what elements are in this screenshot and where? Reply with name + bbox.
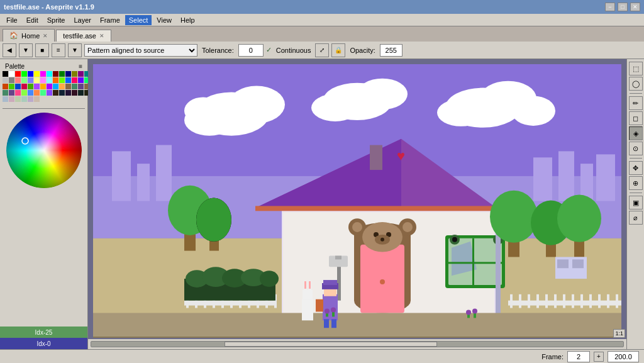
tool-eraser[interactable]: ◻ [629,111,643,125]
palette-cell[interactable] [28,77,33,83]
palette-cell[interactable] [47,77,52,83]
zoom-badge[interactable]: 1:1 [613,329,625,338]
idx-bar-fg[interactable]: Idx-25 [0,327,87,338]
continuous-icon[interactable]: ⤢ [315,43,329,57]
frame-input[interactable]: 2 [567,351,590,362]
menu-layer[interactable]: Layer [70,15,95,25]
pattern-dropdown[interactable]: Pattern aligned to source [84,44,197,57]
palette-cell[interactable] [72,71,77,77]
palette-cell[interactable] [78,71,84,77]
palette-cell[interactable] [3,96,8,102]
palette-cell[interactable] [72,84,77,89]
tab-testfile-close[interactable]: ✕ [99,33,104,39]
palette-cell[interactable] [65,90,71,96]
minimize-button[interactable]: − [605,3,615,11]
palette-cell[interactable] [3,84,8,89]
lock-icon[interactable]: 🔒 [331,43,345,57]
horizontal-scrollbar[interactable] [88,339,626,349]
tool-stop-button[interactable]: ■ [35,43,49,57]
palette-cell[interactable] [47,71,52,77]
palette-cell[interactable] [15,84,21,89]
tool-lasso[interactable]: ◯ [629,77,643,91]
tool-move[interactable]: ✥ [629,161,643,175]
palette-cell[interactable] [65,77,71,83]
palette-cell[interactable] [53,77,58,83]
palette-cell[interactable] [78,84,84,89]
tab-home[interactable]: 🏠 Home ✕ [3,29,55,42]
color-wheel[interactable] [6,113,82,188]
palette-cell[interactable] [15,90,21,96]
palette-cell[interactable] [21,77,27,83]
palette-cell[interactable] [28,84,33,89]
frame-next-button[interactable]: + [594,352,604,362]
palette-cell[interactable] [15,77,21,83]
zoom-input[interactable]: 200.0 [608,351,639,362]
palette-cell[interactable] [28,96,33,102]
palette-cell[interactable] [34,77,40,83]
tool-marquee[interactable]: ⬚ [629,62,643,75]
scroll-thumb[interactable] [225,342,437,347]
palette-cell[interactable] [40,90,46,96]
menu-file[interactable]: File [3,15,21,25]
palette-cell[interactable] [40,84,46,89]
palette-cell[interactable] [28,71,33,77]
palette-cell[interactable] [3,90,8,96]
idx-bar-bg[interactable]: Idx-0 [0,338,87,349]
palette-cell[interactable] [47,84,52,89]
palette-cell[interactable] [40,71,46,77]
close-button[interactable]: ✕ [630,3,640,11]
palette-cell[interactable] [9,96,14,102]
palette-cell[interactable] [21,84,27,89]
palette-cell[interactable] [53,71,58,77]
opacity-input[interactable]: 255 [380,44,402,57]
palette-cell[interactable] [9,90,14,96]
tool-fill[interactable]: ◈ [629,126,643,140]
menu-edit[interactable]: Edit [23,15,42,25]
palette-cell[interactable] [72,77,77,83]
menu-sprite[interactable]: Sprite [43,15,69,25]
palette-cell[interactable] [65,71,71,77]
palette-cell[interactable] [40,77,46,83]
tool-brush[interactable]: ⌀ [629,211,643,225]
palette-menu-icon[interactable]: ≡ [79,63,82,70]
maximize-button[interactable]: □ [618,3,628,11]
tool-prev-button[interactable]: ◀ [3,43,16,57]
palette-cell[interactable] [59,77,65,83]
tool-arrow-button[interactable]: ▼ [68,43,82,57]
tolerance-input[interactable]: 0 [238,44,264,57]
palette-cell[interactable] [47,90,52,96]
menu-view[interactable]: View [153,15,175,25]
palette-cell[interactable] [65,84,71,89]
canvas-container[interactable]: ♥ [88,59,626,349]
sprite-canvas[interactable]: ♥ [93,64,621,338]
palette-cell[interactable] [34,84,40,89]
tab-testfile[interactable]: testfile.ase ✕ [56,30,111,42]
palette-cell[interactable] [59,84,65,89]
palette-cell[interactable] [53,84,58,89]
tool-pencil[interactable]: ✏ [629,96,643,110]
palette-cell[interactable] [15,96,21,102]
palette-cell[interactable] [9,71,14,77]
palette-cell[interactable] [3,71,8,77]
palette-cell[interactable] [78,90,84,96]
palette-cell[interactable] [72,90,77,96]
palette-cell[interactable] [28,90,33,96]
tool-next-button[interactable]: ▼ [19,43,33,57]
palette-cell[interactable] [78,77,84,83]
palette-cell[interactable] [21,90,27,96]
tab-home-close[interactable]: ✕ [43,33,48,39]
menu-help[interactable]: Help [177,15,199,25]
palette-cell[interactable] [9,77,14,83]
tool-menu-button[interactable]: ≡ [52,43,65,57]
tool-eyedropper[interactable]: ⊙ [629,142,643,155]
palette-cell[interactable] [9,84,14,89]
palette-cell[interactable] [53,90,58,96]
menu-select[interactable]: Select [125,15,152,25]
palette-cell[interactable] [34,90,40,96]
palette-cell[interactable] [21,96,27,102]
palette-cell[interactable] [59,90,65,96]
tool-bucket[interactable]: ▣ [629,196,643,209]
menu-frame[interactable]: Frame [96,15,124,25]
palette-cell[interactable] [15,71,21,77]
palette-cell[interactable] [34,71,40,77]
